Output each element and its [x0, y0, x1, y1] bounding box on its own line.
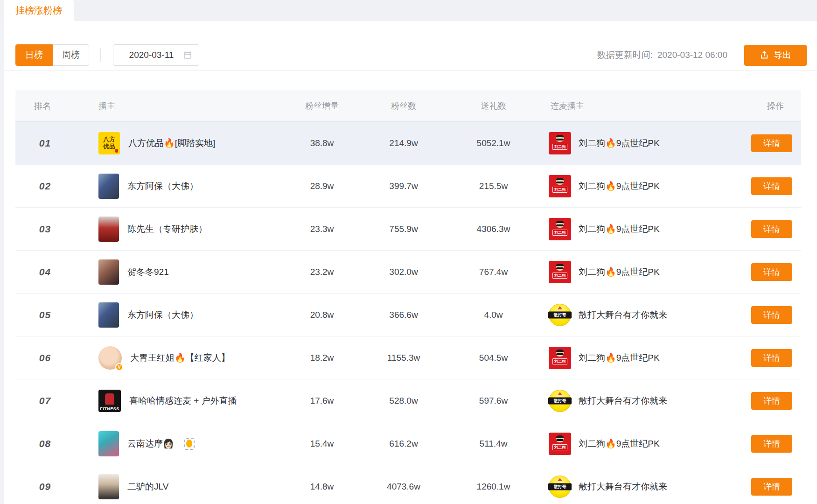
header-gifts: 送礼数	[453, 100, 534, 112]
gifts-value: 1260.1w	[477, 482, 510, 491]
table-row: 02 东方阿保（大佛） 28.9w 399.7w 215.5w 刘二狗 刘二狗🔥…	[15, 165, 801, 208]
table-row: 09 二驴的JLV 14.8w 4073.6w 1260.1w 散打哥 散打大舞…	[15, 465, 801, 504]
fans-total-value: 616.2w	[389, 439, 418, 448]
broadcaster-avatar	[98, 474, 119, 499]
linked-broadcaster-avatar: 刘二狗	[549, 175, 571, 197]
table-row: 05 东方阿保（大佛） 20.8w 366.6w 4.0w 散打哥 散打大舞台有…	[15, 294, 801, 336]
date-picker[interactable]: 2020-03-11	[113, 44, 199, 66]
linked-broadcaster-avatar: 散打哥	[549, 304, 571, 326]
gifts-value: 504.5w	[479, 353, 508, 363]
tab-bar: 挂榜涨粉榜	[0, 0, 817, 21]
broadcaster-name: 二驴的JLV	[127, 481, 168, 493]
weekly-rank-button[interactable]: 周榜	[53, 44, 89, 66]
gifts-value: 4306.3w	[477, 224, 510, 234]
fans-gain-value: 28.9w	[310, 181, 334, 191]
fans-gain-value: 23.3w	[310, 224, 334, 234]
gifts-value: 4.0w	[484, 310, 503, 320]
detail-button[interactable]: 详情	[751, 263, 792, 281]
detail-button[interactable]: 详情	[751, 392, 792, 410]
verified-badge: V	[115, 363, 123, 371]
controls-bar: 日榜 周榜 2020-03-11 数据更新时间:2020-03-12 06:00	[4, 21, 817, 71]
detail-button[interactable]: 详情	[751, 435, 792, 453]
linked-broadcaster-name: 散打大舞台有才你就来	[579, 309, 667, 321]
header-rank: 排名	[15, 100, 75, 112]
linked-broadcaster-avatar: 散打哥	[549, 476, 571, 498]
table-row: 04 贺冬冬921 23.2w 302.0w 767.4w 刘二狗 刘二狗🔥9点…	[15, 251, 801, 294]
unknown-emoji-placeholder	[184, 438, 195, 450]
rank-value: 01	[39, 138, 51, 148]
period-toggle: 日榜 周榜	[15, 44, 89, 66]
avatar-label: 散打哥	[548, 311, 572, 318]
broadcaster-name: 东方阿保（大佛）	[127, 309, 198, 321]
linked-broadcaster-name: 刘二狗🔥9点世纪PK	[579, 223, 660, 235]
fans-total-value: 4073.6w	[387, 482, 420, 491]
broadcaster-name: 云南达摩👩🏻	[127, 438, 174, 450]
table-header-row: 排名 播主 粉丝增量 粉丝数 送礼数 连麦播主 操作	[15, 90, 801, 122]
avatar-label: FITNESS	[98, 406, 121, 411]
detail-button[interactable]: 详情	[751, 349, 792, 367]
tab-leaderboard[interactable]: 挂榜涨粉榜	[4, 0, 74, 21]
detail-button[interactable]: 详情	[751, 306, 792, 324]
daily-rank-button[interactable]: 日榜	[15, 44, 53, 66]
linked-broadcaster-avatar: 刘二狗	[549, 132, 571, 154]
fans-gain-value: 14.8w	[310, 482, 334, 491]
gifts-value: 597.6w	[479, 396, 508, 406]
fans-total-value: 302.0w	[389, 267, 418, 277]
update-time-value: 2020-03-12 06:00	[657, 50, 727, 60]
detail-button[interactable]: 详情	[751, 220, 792, 238]
header-fans-gain: 粉丝增量	[289, 100, 355, 112]
avatar-label: 刘二狗	[552, 358, 567, 364]
broadcaster-avatar	[98, 174, 119, 199]
gifts-value: 767.4w	[479, 267, 508, 277]
fans-gain-value: 23.2w	[310, 267, 334, 277]
linked-broadcaster-avatar: 散打哥	[549, 390, 571, 412]
tab-title: 挂榜涨粉榜	[15, 4, 62, 17]
avatar-label: 刘二狗	[552, 187, 567, 193]
fans-gain-value: 20.8w	[310, 310, 334, 320]
avatar-label: 刘二狗	[552, 144, 567, 150]
linked-broadcaster-name: 散打大舞台有才你就来	[579, 395, 667, 407]
rank-value: 08	[39, 438, 51, 449]
rank-value: 09	[39, 481, 51, 492]
broadcaster-avatar	[98, 431, 119, 456]
rank-value: 05	[39, 309, 51, 320]
fans-total-value: 214.9w	[389, 138, 418, 148]
linked-broadcaster-name: 刘二狗🔥9点世纪PK	[579, 266, 660, 278]
header-action: 操作	[737, 100, 801, 112]
table-row: 07 FITNESS 喜哈哈情感连麦 + 户外直播 17.6w 528.0w 5…	[15, 379, 801, 422]
broadcaster-avatar	[98, 302, 119, 328]
fans-gain-value: 15.4w	[310, 439, 334, 448]
broadcaster-name: 东方阿保（大佛）	[127, 180, 198, 192]
rank-value: 02	[39, 181, 51, 191]
fans-gain-value: 38.8w	[310, 138, 334, 148]
broadcaster-name: 八方优品🔥[脚踏实地]	[128, 137, 215, 149]
detail-button[interactable]: 详情	[751, 134, 792, 152]
avatar-label: 刘二狗	[552, 230, 567, 236]
update-time-label: 数据更新时间:	[597, 50, 653, 60]
linked-broadcaster-name: 刘二狗🔥9点世纪PK	[579, 438, 660, 450]
table-row: 06 V 大胃王红姐🔥【红家人】 18.2w 1155.3w 504.5w 刘二…	[15, 336, 801, 379]
gifts-value: 215.5w	[479, 181, 508, 191]
content-card: 日榜 周榜 2020-03-11 数据更新时间:2020-03-12 06:00	[4, 21, 817, 504]
calendar-icon	[183, 50, 192, 60]
detail-button[interactable]: 详情	[751, 478, 792, 496]
rank-value: 07	[39, 395, 51, 406]
linked-broadcaster-name: 散打大舞台有才你就来	[579, 481, 667, 493]
avatar-label: 刘二狗	[552, 273, 567, 279]
broadcaster-name: 大胃王红姐🔥【红家人】	[130, 352, 230, 364]
vertical-divider	[100, 48, 101, 62]
linked-broadcaster-avatar: 刘二狗	[549, 433, 571, 455]
broadcaster-name: 喜哈哈情感连麦 + 户外直播	[129, 395, 237, 407]
linked-broadcaster-name: 刘二狗🔥9点世纪PK	[579, 352, 660, 364]
header-broadcaster: 播主	[75, 100, 289, 112]
detail-button[interactable]: 详情	[751, 177, 792, 195]
fans-total-value: 399.7w	[389, 181, 418, 191]
broadcaster-name: 贺冬冬921	[127, 266, 169, 278]
table-row: 03 陈先生（专研护肤） 23.3w 755.9w 4306.3w 刘二狗 刘二…	[15, 208, 801, 251]
avatar-label: 散打哥	[548, 397, 572, 404]
export-button[interactable]: 导出	[744, 45, 807, 66]
avatar-label: 八方优品	[101, 136, 117, 150]
gifts-value: 511.4w	[480, 439, 508, 448]
rank-value: 03	[39, 224, 51, 234]
avatar-label: 散打哥	[548, 483, 572, 490]
